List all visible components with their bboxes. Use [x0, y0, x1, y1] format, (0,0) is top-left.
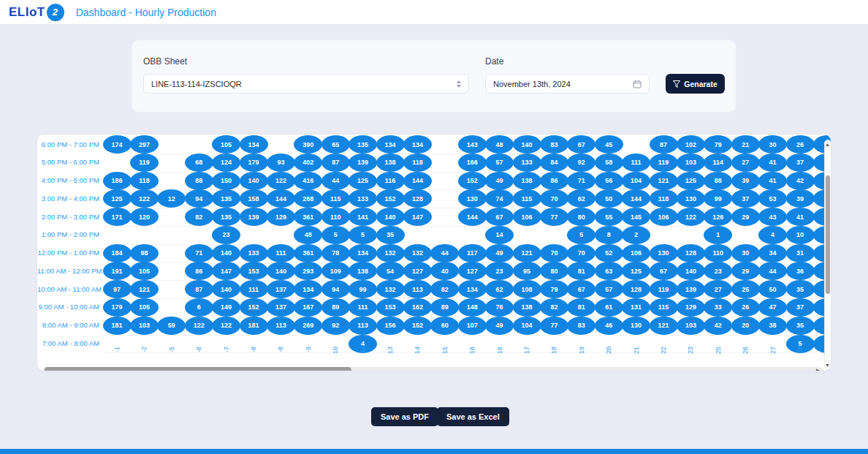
production-bubble[interactable]: 105 — [130, 262, 159, 280]
production-bubble[interactable]: 120 — [130, 208, 159, 226]
production-bubble[interactable]: 49 — [485, 172, 514, 190]
production-bubble[interactable]: 50 — [595, 189, 623, 208]
production-bubble[interactable]: 5 — [321, 226, 350, 244]
production-bubble[interactable]: 135 — [349, 135, 377, 154]
production-bubble[interactable]: 23 — [212, 226, 240, 244]
production-bubble[interactable]: 191 — [103, 262, 132, 280]
production-bubble[interactable]: 35 — [786, 280, 815, 298]
production-bubble[interactable]: 35 — [376, 226, 405, 244]
production-bubble[interactable]: 5 — [567, 226, 595, 244]
production-bubble[interactable]: 135 — [212, 208, 240, 226]
production-bubble[interactable]: 94 — [185, 189, 213, 208]
production-bubble[interactable]: 162 — [403, 298, 432, 317]
production-bubble[interactable]: 94 — [321, 280, 350, 298]
production-bubble[interactable]: 134 — [349, 244, 377, 262]
production-bubble[interactable]: 181 — [240, 317, 268, 335]
production-bubble[interactable]: 158 — [240, 189, 268, 208]
production-bubble[interactable]: 124 — [212, 154, 240, 172]
production-bubble[interactable]: 45 — [595, 135, 623, 154]
production-bubble[interactable]: 147 — [212, 262, 240, 280]
production-bubble[interactable]: 61 — [595, 298, 623, 317]
production-bubble[interactable]: 166 — [458, 154, 487, 172]
production-bubble[interactable]: 40 — [430, 262, 459, 280]
production-bubble[interactable]: 140 — [212, 280, 240, 298]
production-bubble[interactable]: 78 — [321, 244, 350, 262]
production-bubble[interactable]: 416 — [294, 172, 322, 190]
production-bubble[interactable]: 81 — [567, 262, 595, 280]
production-bubble[interactable]: 134 — [376, 135, 405, 154]
production-bubble[interactable]: 82 — [185, 208, 213, 226]
production-bubble[interactable]: 141 — [349, 208, 377, 226]
production-bubble[interactable]: 79 — [540, 280, 568, 298]
production-bubble[interactable]: 108 — [513, 280, 541, 298]
production-bubble[interactable]: 131 — [622, 298, 650, 317]
production-bubble[interactable]: 152 — [458, 172, 487, 190]
production-bubble[interactable]: 42 — [704, 317, 732, 335]
production-bubble[interactable]: 44 — [758, 262, 787, 280]
production-bubble[interactable]: 129 — [267, 208, 295, 226]
production-bubble[interactable]: 111 — [622, 154, 650, 172]
production-bubble[interactable]: 138 — [513, 298, 541, 317]
production-bubble[interactable]: 118 — [650, 189, 678, 208]
production-bubble[interactable]: 140 — [677, 262, 705, 280]
production-bubble[interactable]: 293 — [294, 262, 322, 280]
production-bubble[interactable]: 95 — [513, 262, 541, 280]
production-bubble[interactable]: 53 — [758, 189, 787, 208]
production-bubble[interactable]: 65 — [321, 135, 350, 154]
production-bubble[interactable]: 390 — [294, 135, 322, 154]
production-bubble[interactable]: 20 — [731, 317, 760, 335]
production-bubble[interactable]: 121 — [650, 172, 678, 190]
production-bubble[interactable]: 26 — [786, 135, 815, 154]
production-bubble[interactable]: 119 — [130, 154, 159, 172]
production-bubble[interactable]: 156 — [376, 317, 405, 335]
production-bubble[interactable]: 184 — [103, 244, 132, 262]
production-bubble[interactable]: 60 — [430, 317, 459, 335]
vertical-scrollbar-track[interactable]: ▲ ▼ — [824, 140, 831, 370]
production-bubble[interactable]: 35 — [786, 317, 815, 335]
production-bubble[interactable]: 116 — [376, 172, 405, 190]
production-bubble[interactable]: 132 — [376, 280, 405, 298]
production-bubble[interactable]: 99 — [349, 280, 377, 298]
production-bubble[interactable]: 134 — [240, 135, 268, 154]
production-bubble[interactable]: 37 — [786, 154, 815, 172]
production-bubble[interactable]: 121 — [513, 244, 541, 262]
production-bubble[interactable]: 31 — [786, 244, 815, 262]
production-bubble[interactable]: 122 — [677, 208, 705, 226]
production-bubble[interactable]: 174 — [103, 135, 132, 154]
production-bubble[interactable]: 84 — [540, 154, 568, 172]
scroll-up-icon[interactable]: ▲ — [825, 141, 830, 148]
production-bubble[interactable]: 125 — [349, 172, 377, 190]
save-as-pdf-button[interactable]: Save as PDF — [371, 407, 438, 426]
production-bubble[interactable]: 133 — [513, 154, 541, 172]
production-bubble[interactable]: 402 — [294, 154, 322, 172]
production-bubble[interactable]: 80 — [567, 208, 595, 226]
production-bubble[interactable]: 128 — [403, 189, 432, 208]
production-bubble[interactable]: 92 — [321, 317, 350, 335]
production-bubble[interactable]: 132 — [403, 244, 432, 262]
select-stepper-icon[interactable] — [457, 80, 461, 88]
production-bubble[interactable]: 133 — [240, 244, 268, 262]
production-bubble[interactable]: 179 — [240, 154, 268, 172]
production-bubble[interactable]: 122 — [185, 317, 213, 335]
production-bubble[interactable]: 68 — [185, 154, 213, 172]
production-bubble[interactable]: 134 — [294, 280, 322, 298]
production-bubble[interactable]: 105 — [130, 298, 159, 317]
production-bubble[interactable]: 122 — [212, 317, 240, 335]
production-bubble[interactable]: 149 — [212, 298, 240, 317]
production-bubble[interactable]: 49 — [485, 317, 514, 335]
production-bubble[interactable]: 38 — [758, 317, 787, 335]
production-bubble[interactable]: 144 — [267, 189, 295, 208]
production-bubble[interactable]: 25 — [731, 280, 760, 298]
production-bubble[interactable]: 128 — [677, 244, 705, 262]
production-bubble[interactable]: 118 — [130, 172, 159, 190]
production-bubble[interactable]: 119 — [650, 154, 678, 172]
production-bubble[interactable]: 37 — [786, 298, 815, 317]
production-bubble[interactable]: 23 — [704, 262, 732, 280]
production-bubble[interactable]: 139 — [677, 280, 705, 298]
production-bubble[interactable]: 93 — [267, 154, 295, 172]
production-bubble[interactable]: 140 — [240, 172, 268, 190]
production-bubble[interactable]: 139 — [240, 208, 268, 226]
production-bubble[interactable]: 153 — [376, 298, 405, 317]
production-bubble[interactable]: 130 — [458, 189, 487, 208]
production-bubble[interactable]: 97 — [103, 280, 132, 298]
